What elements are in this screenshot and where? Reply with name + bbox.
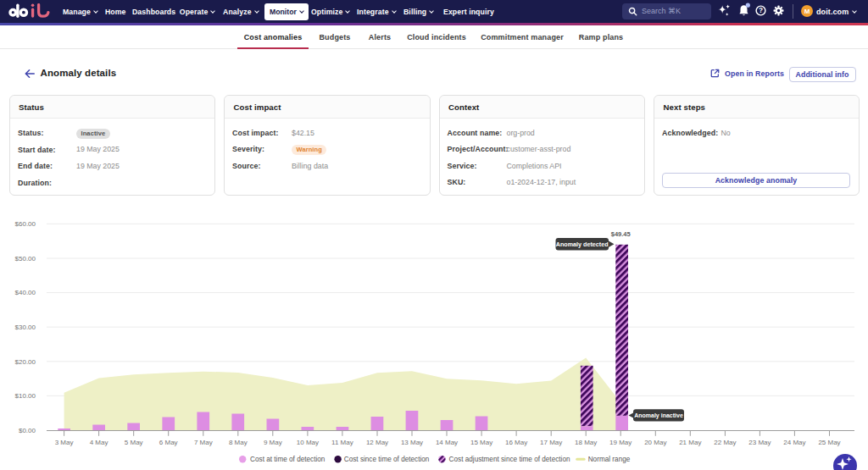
svg-text:?: ? — [759, 7, 763, 14]
svg-text:15 May: 15 May — [470, 439, 492, 446]
svg-text:25 May: 25 May — [818, 439, 840, 446]
svg-text:3 May: 3 May — [55, 439, 74, 446]
svg-text:16 May: 16 May — [505, 439, 527, 446]
svg-text:Anomaly inactive: Anomaly inactive — [634, 412, 683, 419]
svg-text:22 May: 22 May — [714, 439, 736, 446]
svg-text:9 May: 9 May — [264, 439, 282, 446]
svg-text:$40.00: $40.00 — [15, 289, 36, 296]
svg-text:13 May: 13 May — [401, 439, 423, 446]
svg-text:7 May: 7 May — [194, 439, 213, 446]
svg-text:23 May: 23 May — [748, 439, 771, 446]
svg-text:Normal range: Normal range — [588, 456, 631, 463]
svg-text:19 May: 19 May — [609, 439, 632, 446]
svg-text:$10.00: $10.00 — [15, 392, 36, 400]
svg-text:21 May: 21 May — [679, 439, 701, 446]
svg-text:$20.00: $20.00 — [15, 358, 36, 366]
svg-text:20 May: 20 May — [644, 439, 666, 446]
svg-text:24 May: 24 May — [783, 439, 805, 446]
svg-text:$60.00: $60.00 — [15, 220, 36, 228]
svg-text:17 May: 17 May — [540, 439, 562, 446]
svg-text:8 May: 8 May — [229, 439, 248, 446]
svg-text:Anomaly detected: Anomaly detected — [556, 241, 609, 248]
svg-text:18 May: 18 May — [575, 439, 597, 446]
svg-text:$0.00: $0.00 — [19, 427, 36, 434]
svg-text:Cost since time of detection: Cost since time of detection — [344, 456, 430, 463]
svg-text:11 May: 11 May — [331, 439, 353, 446]
svg-text:$50.00: $50.00 — [15, 255, 36, 263]
svg-text:4 May: 4 May — [90, 439, 108, 446]
svg-text:$30.00: $30.00 — [15, 323, 36, 331]
svg-text:Cost at time of detection: Cost at time of detection — [250, 456, 326, 463]
svg-text:6 May: 6 May — [159, 439, 178, 446]
svg-text:14 May: 14 May — [436, 439, 458, 446]
svg-text:12 May: 12 May — [366, 439, 388, 446]
svg-text:$49.45: $49.45 — [611, 230, 631, 238]
svg-text:10 May: 10 May — [297, 439, 319, 446]
svg-text:Cost adjustment since time of: Cost adjustment since time of detection — [449, 456, 570, 463]
svg-text:5 May: 5 May — [125, 439, 143, 446]
